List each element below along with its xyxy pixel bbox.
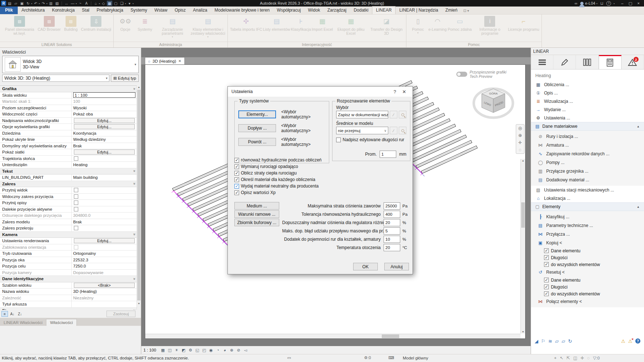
property-row[interactable]: Ustawienia renderowaniaEdytuj... bbox=[0, 238, 137, 244]
tile-windows-dropdown-icon[interactable]: ▾ bbox=[125, 2, 126, 5]
property-value[interactable] bbox=[72, 225, 137, 231]
property-value[interactable]: Dopasowywanie bbox=[72, 270, 137, 276]
sun-path-icon[interactable]: ☀ bbox=[173, 347, 180, 353]
palette-tab-edit[interactable] bbox=[553, 55, 576, 69]
palette-item-dane-elementu-option[interactable]: Dane elementu bbox=[531, 277, 644, 283]
crop-region-icon[interactable]: ◰ bbox=[201, 347, 207, 353]
ribbon-button-tabela-importu-ifc[interactable]: ✣Tabela importu IFC bbox=[230, 16, 262, 31]
navigation-bar[interactable]: ◎ ⊕ ✛ ◌ bbox=[516, 124, 524, 154]
property-checkbox[interactable] bbox=[74, 194, 78, 199]
property-row[interactable]: Szablon widoku<Brak> bbox=[0, 282, 137, 289]
ribbon-tab-zmie-[interactable]: Zmień bbox=[442, 7, 461, 14]
palette-checkbox[interactable] bbox=[544, 291, 549, 296]
scroll-up-icon[interactable]: ▲ bbox=[521, 159, 525, 162]
ribbon-button-zarządzanie-parametrami[interactable]: ▤Zarządzanie parametrami▾ bbox=[155, 16, 190, 38]
file-properties-icon[interactable]: ▤ bbox=[7, 1, 12, 6]
render-dialog-icon[interactable]: ⚙ bbox=[187, 347, 193, 353]
property-row[interactable]: Pokaż ukryte linieWedług dziedziny bbox=[0, 136, 137, 143]
property-row[interactable]: Zakres modeluBrak bbox=[0, 219, 137, 226]
palette-item-zapisywanie-rekordów-danych[interactable]: ∿Zapisywanie rekordów danych ... bbox=[531, 150, 644, 158]
palette-checkbox[interactable] bbox=[544, 262, 549, 267]
radius-input[interactable]: 1 bbox=[380, 151, 396, 158]
revit-logo-icon[interactable]: R bbox=[1, 1, 6, 6]
tile-windows-icon[interactable]: ❏ bbox=[119, 1, 125, 6]
sort-default-icon[interactable]: ≡ bbox=[1, 311, 8, 317]
worksharing-display-icon[interactable]: ⊕ bbox=[229, 347, 235, 353]
refresh-tool-icon[interactable]: ↻ bbox=[568, 338, 572, 344]
edit-type-button[interactable]: ⊞Edytuj typ bbox=[111, 75, 139, 82]
property-row[interactable]: Nazwa widoku3D (Heating) bbox=[0, 289, 137, 295]
shadows-icon[interactable]: ◩ bbox=[180, 347, 187, 353]
property-value[interactable]: Brak bbox=[72, 143, 137, 149]
property-edit-button[interactable]: Edytuj... bbox=[74, 238, 135, 243]
view-tab-3d-heating[interactable]: ⌂ 3D (Heating) ✕ bbox=[145, 57, 185, 64]
palette-item-wizualizacja[interactable]: ≣Wizualizacja ... bbox=[531, 97, 644, 105]
reveal-constraints-icon[interactable]: ⊘ bbox=[235, 347, 242, 353]
select-pinned-icon[interactable]: ⇱ bbox=[566, 355, 570, 361]
ribbon-tab-prefabrykacja[interactable]: Prefabrykacja bbox=[93, 7, 127, 14]
collapse-chevron-icon[interactable]: « bbox=[133, 233, 137, 236]
measure-dropdown-icon[interactable]: ▾ bbox=[76, 2, 77, 5]
palette-checkbox[interactable] bbox=[544, 248, 549, 253]
diameters-select[interactable]: nie przejmuj∨ bbox=[336, 127, 388, 134]
property-value[interactable]: Heating bbox=[72, 162, 137, 168]
print-icon[interactable]: ▥ bbox=[48, 1, 54, 6]
ribbon-tab-zarz-dzaj[interactable]: Zarządzaj bbox=[324, 7, 350, 14]
property-row[interactable]: Odsunięcie dalekiego przycięcia304800.0 bbox=[0, 212, 137, 219]
dialog-button-warunki-ramowe-[interactable]: Warunki ramowe ... bbox=[234, 210, 279, 218]
qat-customize-dropdown-icon[interactable]: ▾ bbox=[133, 2, 134, 5]
collapse-icon[interactable]: ◅ bbox=[242, 347, 248, 353]
palette-item-do-wszystkich-elementów-option[interactable]: do wszystkich elementów bbox=[531, 290, 644, 297]
ribbon-tab-systemy[interactable]: Systemy bbox=[127, 7, 151, 14]
scroll-up-icon[interactable]: ▲ bbox=[137, 86, 141, 88]
parameter-input[interactable]: 25000 bbox=[384, 202, 400, 210]
palette-item-parametry-techniczne[interactable]: ▤Parametry techniczne ... bbox=[531, 221, 644, 230]
property-edit-button[interactable]: <Brak> bbox=[74, 283, 135, 288]
worksets-icon[interactable]: ⚙:0 bbox=[364, 355, 371, 360]
property-row[interactable]: Domyślny styl wyświetlania analizyBrak bbox=[0, 143, 137, 150]
property-value[interactable] bbox=[72, 301, 137, 307]
ribbon-tab-wsp-pracuj[interactable]: Współpracuj bbox=[273, 7, 304, 14]
graphics-acceleration-toggle[interactable] bbox=[456, 72, 467, 77]
redo-dropdown-icon[interactable]: ▾ bbox=[46, 2, 47, 5]
property-value[interactable] bbox=[72, 200, 137, 206]
chevron-down-icon[interactable]: ▾ bbox=[134, 63, 136, 66]
ribbon-button-building[interactable]: ⧈Building bbox=[62, 16, 80, 31]
qat-customize-icon[interactable]: ▾ bbox=[127, 1, 132, 6]
dialog-button-medium-[interactable]: Medium ... bbox=[234, 202, 279, 210]
property-row[interactable]: Opcje wyświetlania grafikiEdytuj... bbox=[0, 124, 137, 130]
ribbon-button-klasyfikacja[interactable]: ⊦Klasyfikacja bbox=[291, 16, 311, 31]
property-value[interactable]: Koordynacja bbox=[72, 130, 137, 136]
property-value[interactable]: Ortogonalny bbox=[72, 251, 137, 257]
property-value[interactable]: 304800.0 bbox=[72, 212, 137, 219]
route-tool-icon[interactable]: ≋ bbox=[548, 338, 552, 344]
property-row[interactable]: Skala widoku1 : 100 bbox=[0, 92, 137, 99]
property-row[interactable]: Trajektoria słońca bbox=[0, 156, 137, 162]
property-value[interactable]: 22532.3 bbox=[72, 257, 137, 263]
palette-item-elementy[interactable]: ▢Elementy▲ bbox=[531, 202, 644, 211]
property-value[interactable] bbox=[72, 187, 137, 193]
palette-checkbox[interactable] bbox=[544, 255, 549, 260]
property-value[interactable] bbox=[72, 194, 137, 200]
lock-3d-icon[interactable]: ◉ bbox=[208, 347, 214, 353]
cancel-button[interactable]: Anuluj bbox=[384, 263, 409, 270]
crop-view-icon[interactable]: ◱ bbox=[194, 347, 200, 353]
option-checkbox[interactable] bbox=[234, 177, 239, 182]
visual-style-icon[interactable]: ◫ bbox=[167, 347, 173, 353]
option-checkbox[interactable] bbox=[234, 171, 239, 176]
magnifier-button[interactable] bbox=[399, 127, 406, 134]
help-chevron-icon[interactable]: ▾ bbox=[614, 2, 615, 5]
eyedropper-button[interactable]: ∕ bbox=[390, 127, 397, 134]
default-3d-view-dropdown-icon[interactable]: ▾ bbox=[99, 2, 100, 5]
property-value[interactable]: 1 : 100 bbox=[72, 92, 137, 98]
property-edit-button[interactable]: Edytuj... bbox=[74, 150, 135, 155]
property-row[interactable]: Przytnij opisy bbox=[0, 200, 137, 206]
sort-ascending-icon[interactable]: A↓ bbox=[9, 311, 16, 317]
ribbon-button-informacje-o-programie[interactable]: iInformacje o programie bbox=[472, 16, 507, 35]
property-value[interactable]: Niezależny bbox=[72, 295, 137, 301]
collapse-arrow-icon[interactable]: ▲ bbox=[637, 125, 640, 128]
property-row[interactable]: LIN_BUILDING_PARTMain building bbox=[0, 174, 137, 181]
deselect-icon[interactable]: ◌ bbox=[587, 356, 590, 360]
palette-item-długości-option[interactable]: Długości bbox=[531, 283, 644, 290]
ribbon-button-eksport-do-pliku-excel[interactable]: ▦Eksport do pliku Excel bbox=[334, 16, 368, 35]
